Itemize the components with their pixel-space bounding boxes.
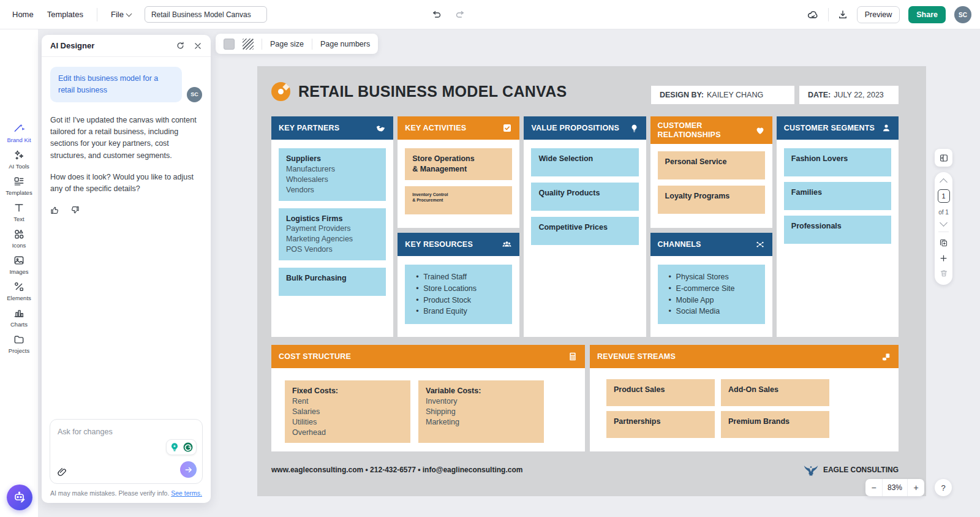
canvas-card[interactable]: Premium Brands: [721, 411, 829, 438]
sidebar-item-ai-tools[interactable]: AI Tools: [2, 149, 36, 170]
share-button[interactable]: Share: [908, 6, 946, 23]
redo-button[interactable]: [454, 10, 465, 20]
user-avatar: SC: [187, 87, 202, 102]
card-title: Fixed Costs:: [292, 386, 403, 396]
canvas-card[interactable]: Product Sales: [606, 379, 715, 406]
revenue-streams-section: REVENUE STREAMS Product Sales Add-On Sal…: [590, 345, 899, 451]
column-key-activities: KEY ACTIVITIES Store Operations & Manage…: [398, 116, 519, 337]
duplicate-page-button[interactable]: [939, 238, 948, 247]
thumbs-up-button[interactable]: [50, 205, 60, 215]
sidebar-item-text[interactable]: Text: [2, 202, 36, 222]
shapes-icon: [13, 228, 25, 240]
canvas-card[interactable]: Fixed Costs: Rent Salaries Utilities Ove…: [285, 380, 410, 443]
canvas-card[interactable]: Physical Stores E-commerce Site Mobile A…: [658, 265, 765, 324]
suggestion-bulb-icon[interactable]: [168, 441, 181, 453]
ai-assistant-fab[interactable]: [7, 485, 32, 510]
canvas-page[interactable]: RETAIL BUSINESS MODEL CANVAS DESIGN BY: …: [257, 66, 926, 496]
sidebar-item-templates[interactable]: Templates: [2, 175, 36, 196]
section-header-label: CUSTOMER SEGMENTS: [784, 124, 881, 132]
canvas-card[interactable]: Suppliers Manufacturers Wholesalers Vend…: [279, 148, 386, 201]
canvas-card[interactable]: Loyalty Programs: [658, 186, 765, 214]
canvas-card[interactable]: Partnerships: [606, 411, 715, 438]
document-title-input[interactable]: [145, 6, 267, 23]
page-size-button[interactable]: Page size: [270, 40, 304, 48]
send-message-button[interactable]: [180, 461, 197, 478]
undo-button[interactable]: [432, 10, 442, 20]
background-color-swatch[interactable]: [224, 39, 235, 50]
zoom-in-button[interactable]: +: [908, 483, 924, 492]
current-page-indicator[interactable]: 1: [938, 189, 950, 203]
close-panel-button[interactable]: [194, 42, 202, 50]
chevron-down-icon: [126, 10, 132, 17]
canvas-card[interactable]: Inventory Control & Procurement: [405, 186, 512, 214]
next-page-button[interactable]: [940, 219, 948, 227]
eagle-logo-icon: [803, 463, 819, 477]
home-link[interactable]: Home: [12, 10, 34, 19]
canvas-card[interactable]: Personal Service: [658, 151, 765, 179]
delete-page-button[interactable]: [940, 269, 948, 277]
sidebar-item-icons[interactable]: Icons: [2, 228, 36, 249]
canvas-card[interactable]: Variable Costs: Inventory Shipping Marke…: [418, 380, 544, 443]
section-header-label: KEY RESOURCES: [405, 240, 502, 249]
network-icon: [755, 240, 765, 249]
canvas-card[interactable]: Store Operations & Management: [405, 148, 512, 180]
file-menu[interactable]: File: [111, 10, 131, 19]
previous-page-button[interactable]: [940, 178, 948, 186]
page-navigation: 1 of 1: [935, 172, 952, 285]
canvas-card[interactable]: Professionals: [784, 216, 891, 244]
canvas-card[interactable]: Families: [784, 182, 891, 210]
channels-header: CHANNELS: [650, 233, 772, 256]
sidebar-item-projects[interactable]: Projects: [2, 333, 36, 354]
restart-chat-button[interactable]: [176, 41, 185, 50]
folder-icon: [13, 333, 25, 345]
user-avatar[interactable]: SC: [954, 6, 971, 23]
section-header-label: REVENUE STREAMS: [597, 352, 881, 361]
canvas-card[interactable]: Fashion Lovers: [784, 148, 891, 176]
see-terms-link[interactable]: See terms.: [171, 489, 202, 497]
canvas-toolbar: Page size Page numbers: [216, 34, 378, 54]
add-page-button[interactable]: [939, 254, 948, 263]
card-title: Product Sales: [614, 385, 707, 395]
collapse-panel-button[interactable]: [935, 149, 952, 167]
canvas-card[interactable]: Wide Selection: [531, 148, 638, 176]
attach-file-button[interactable]: [56, 467, 67, 478]
card-body: Payment Providers Marketing Agencies POS…: [286, 224, 379, 255]
customer-segments-header: CUSTOMER SEGMENTS: [777, 116, 899, 140]
preview-button[interactable]: Preview: [857, 6, 900, 23]
sidebar-item-elements[interactable]: Elements: [2, 281, 36, 301]
templates-link[interactable]: Templates: [47, 10, 83, 19]
revenue-streams-header: REVENUE STREAMS: [590, 345, 899, 368]
canvas-card[interactable]: Logistics Firms Payment Providers Market…: [279, 208, 386, 261]
canvas-card[interactable]: Trained Staff Store Locations Product St…: [405, 265, 512, 324]
bullet-item: Mobile App: [669, 295, 758, 306]
download-button[interactable]: [837, 9, 848, 20]
card-title: Families: [791, 187, 884, 198]
sidebar-item-charts[interactable]: Charts: [2, 307, 36, 328]
help-button[interactable]: ?: [935, 479, 952, 496]
page-numbers-button[interactable]: Page numbers: [320, 40, 370, 48]
zoom-out-button[interactable]: −: [865, 483, 882, 492]
sidebar-item-label: Elements: [7, 295, 31, 301]
robot-pencil-icon: [12, 490, 27, 505]
zoom-level[interactable]: 83%: [882, 479, 908, 496]
canvas-card[interactable]: Add-On Sales: [721, 379, 829, 406]
canvas-card[interactable]: Quality Products: [531, 183, 638, 211]
section-header-label: CUSTOMER RELATIONSHIPS: [658, 121, 755, 139]
grammarly-icon[interactable]: [182, 441, 194, 453]
elements-icon: [13, 281, 25, 293]
canvas-card[interactable]: Bulk Purchasing: [279, 268, 386, 296]
column-customer-relationships: CUSTOMER RELATIONSHIPS Personal Service …: [650, 116, 772, 337]
plus-icon: [939, 254, 948, 263]
chat-input[interactable]: [58, 428, 195, 436]
canvas-card[interactable]: Competitive Prices: [531, 217, 638, 245]
sidebar-item-brand-kit[interactable]: Brand Kit: [2, 123, 36, 143]
background-pattern-button[interactable]: [243, 39, 254, 50]
cloud-sync-button[interactable]: [807, 9, 820, 21]
ai-disclaimer: AI may make mistakes. Please verify info…: [42, 484, 211, 503]
heart-icon: [755, 126, 765, 135]
sidebar-item-images[interactable]: Images: [2, 254, 36, 275]
calculator-icon: [568, 352, 578, 361]
thumbs-down-button[interactable]: [70, 205, 80, 215]
template-layout-icon: [13, 175, 25, 187]
ai-message-paragraph: How does it look? Would you like to adju…: [50, 172, 202, 195]
